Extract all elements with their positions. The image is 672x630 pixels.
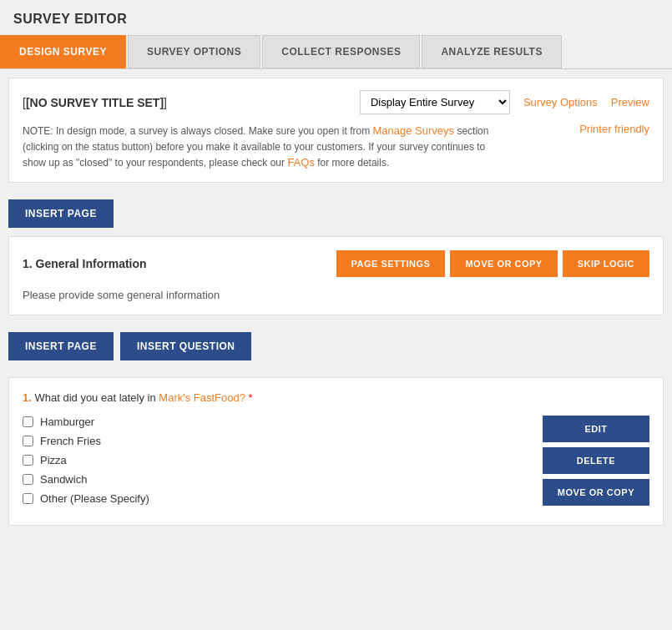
move-or-copy-button[interactable]: MOVE OR COPY <box>450 250 557 277</box>
survey-title-row: [[NO SURVEY TITLE SET]] Display Entire S… <box>23 90 649 114</box>
choice-checkbox-5[interactable] <box>23 493 33 504</box>
section-header: 1. General Information PAGE SETTINGS MOV… <box>23 250 649 277</box>
list-item: Other (Please Specify) <box>23 492 543 505</box>
list-item: Pizza <box>23 454 543 466</box>
survey-title-text: [NO SURVEY TITLE SET] <box>26 96 164 109</box>
list-item: Sandwich <box>23 473 543 486</box>
question-required: * <box>249 391 253 404</box>
question-text: 1. What did you eat lately in Mark's Fas… <box>23 391 649 404</box>
top-nav: DESIGN SURVEY SURVEY OPTIONS COLLECT RES… <box>0 35 672 69</box>
question-panel: 1. What did you eat lately in Mark's Fas… <box>8 377 664 526</box>
section-description: Please provide some general information <box>23 289 649 301</box>
page-settings-button[interactable]: PAGE SETTINGS <box>336 250 446 277</box>
survey-header-inner: NOTE: In design mode, a survey is always… <box>23 123 649 170</box>
tab-collect-responses[interactable]: COLLECT RESPONSES <box>262 35 420 68</box>
display-select[interactable]: Display Entire Survey <box>360 90 510 114</box>
choices-list: Hamburger French Fries Pizza Sandwich Ot… <box>23 416 543 512</box>
tab-analyze-results[interactable]: ANALYZE RESULTS <box>422 35 562 68</box>
right-links: Printer friendly <box>533 123 649 170</box>
section-panel: 1. General Information PAGE SETTINGS MOV… <box>8 236 664 315</box>
survey-header-panel: [[NO SURVEY TITLE SET]] Display Entire S… <box>8 78 664 183</box>
insert-page-area-1: INSERT PAGE <box>8 191 664 236</box>
printer-friendly-link[interactable]: Printer friendly <box>579 123 649 135</box>
question-body: Hamburger French Fries Pizza Sandwich Ot… <box>23 416 649 512</box>
section-title-text: General Information <box>36 257 147 270</box>
skip-logic-button[interactable]: SKIP LOGIC <box>563 250 649 277</box>
edit-button[interactable]: EDIT <box>543 416 649 442</box>
insert-row: INSERT PAGE INSERT QUESTION <box>8 324 664 369</box>
survey-options-link[interactable]: Survey Options <box>523 96 598 108</box>
question-actions: EDIT DELETE MOVE OR COPY <box>543 416 649 506</box>
note-section: NOTE: In design mode, a survey is always… <box>23 123 533 170</box>
section-buttons: PAGE SETTINGS MOVE OR COPY SKIP LOGIC <box>336 250 649 277</box>
choice-checkbox-3[interactable] <box>23 455 33 466</box>
question-move-or-copy-button[interactable]: MOVE OR COPY <box>543 479 649 506</box>
list-item: French Fries <box>23 435 543 447</box>
choice-label-4: Sandwich <box>40 473 87 486</box>
section-title: 1. General Information <box>23 257 147 270</box>
insert-page-button-1[interactable]: INSERT PAGE <box>8 199 114 228</box>
survey-title: [[NO SURVEY TITLE SET]] <box>23 96 167 109</box>
manage-surveys-link[interactable]: Manage Surveys <box>373 124 455 137</box>
preview-link[interactable]: Preview <box>611 96 649 108</box>
choice-checkbox-1[interactable] <box>23 416 33 427</box>
choice-label-3: Pizza <box>40 454 67 466</box>
choice-label-5: Other (Please Specify) <box>40 492 149 505</box>
main-content: [[NO SURVEY TITLE SET]] Display Entire S… <box>0 69 672 542</box>
choice-checkbox-4[interactable] <box>23 474 33 485</box>
question-prefix: What did you eat lately in <box>34 391 159 404</box>
page-title: SURVEY EDITOR <box>0 0 672 35</box>
choice-checkbox-2[interactable] <box>23 436 33 446</box>
insert-page-button-2[interactable]: INSERT PAGE <box>8 332 114 360</box>
faqs-link[interactable]: FAQs <box>287 156 315 169</box>
question-brand: Mark's FastFood? <box>159 391 245 404</box>
question-number: 1. <box>23 391 32 404</box>
insert-question-button[interactable]: INSERT QUESTION <box>120 332 252 360</box>
delete-button[interactable]: DELETE <box>543 447 649 474</box>
choice-label-1: Hamburger <box>40 416 94 428</box>
note-text: NOTE: In design mode, a survey is always… <box>23 123 507 170</box>
list-item: Hamburger <box>23 416 543 428</box>
choice-label-2: French Fries <box>40 435 101 447</box>
tab-design-survey[interactable]: DESIGN SURVEY <box>0 35 126 68</box>
tab-survey-options[interactable]: SURVEY OPTIONS <box>128 35 260 68</box>
survey-controls-right: Display Entire Survey Survey Options Pre… <box>360 90 649 114</box>
section-number: 1. <box>23 257 33 270</box>
